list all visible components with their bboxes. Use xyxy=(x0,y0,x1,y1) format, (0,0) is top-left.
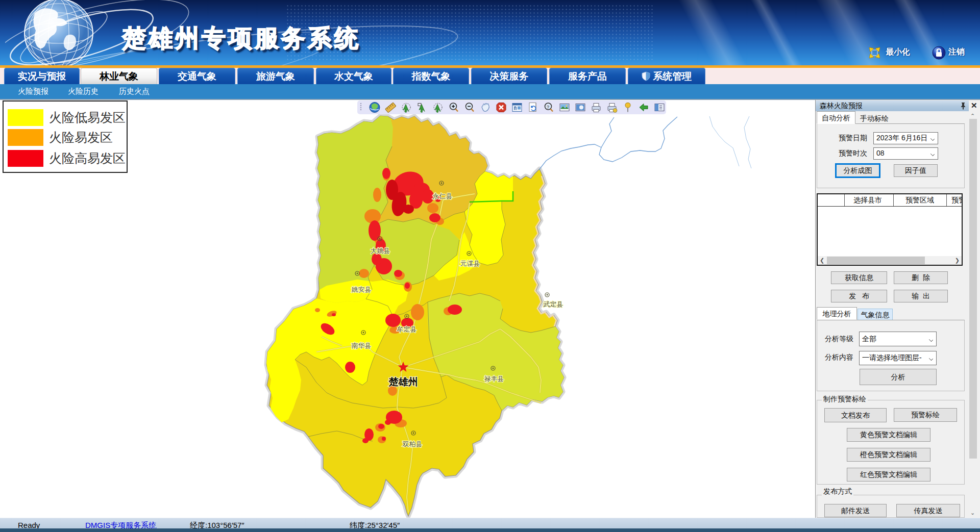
svg-text:牟定县: 牟定县 xyxy=(397,325,417,333)
svg-text:南华县: 南华县 xyxy=(352,342,372,349)
svg-text:?: ? xyxy=(547,105,549,110)
svg-text:楚雄州: 楚雄州 xyxy=(388,376,418,387)
svg-text:姚安县: 姚安县 xyxy=(352,286,372,293)
svg-text:元谋县: 元谋县 xyxy=(460,260,480,267)
svg-text:大姚县: 大姚县 xyxy=(371,247,390,255)
svg-text:永仁县: 永仁县 xyxy=(433,192,453,200)
svg-text:禄丰县: 禄丰县 xyxy=(484,375,504,383)
svg-text:武定县: 武定县 xyxy=(543,300,564,308)
svg-text:双柏县: 双柏县 xyxy=(402,440,423,448)
